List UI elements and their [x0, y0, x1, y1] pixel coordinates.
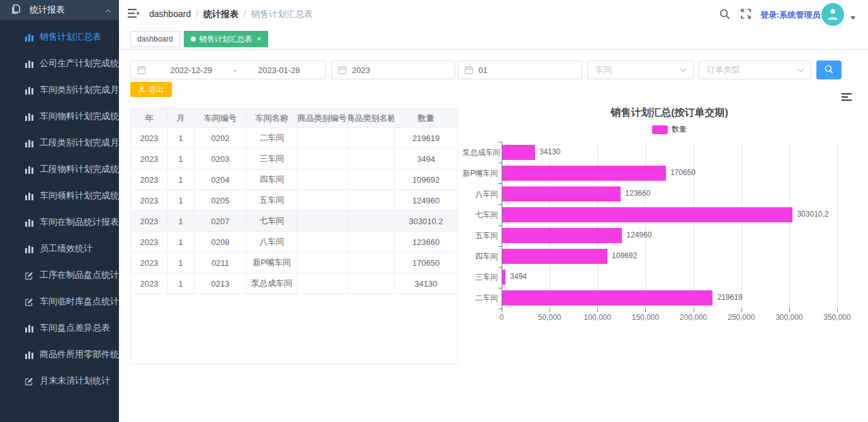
year-input[interactable]: 2023	[331, 60, 455, 79]
table-cell	[297, 169, 348, 190]
bar-value-label: 124960	[626, 231, 651, 239]
sidebar-item[interactable]: 车间盘点差异总表	[0, 315, 119, 341]
sidebar-group-statistics-reports[interactable]: 统计报表	[0, 0, 119, 20]
sidebar-item[interactable]: 工段类别计划完成月报	[0, 130, 119, 156]
table-row[interactable]: 202310208八车间123660	[131, 232, 457, 253]
sidebar-item[interactable]: 员工绩效统计	[0, 236, 119, 262]
y-axis-category-label: 四车间	[463, 251, 498, 262]
month-input[interactable]: 01	[458, 60, 582, 79]
sidebar-item-label: 员工绩效统计	[40, 243, 93, 254]
chart-bar[interactable]	[502, 249, 607, 264]
table-cell: 2023	[131, 128, 168, 149]
date-end-value[interactable]: 2023-01-28	[239, 66, 319, 75]
chart-bar[interactable]	[502, 166, 666, 181]
sidebar-item[interactable]: 车间在制品统计报表	[0, 209, 119, 236]
chart-bar[interactable]	[502, 270, 505, 285]
column-header: 商品类别编号	[297, 109, 348, 128]
table-cell: 泵总成车间	[247, 273, 297, 294]
chart-title: 销售计划汇总(按订单交期)	[502, 106, 837, 120]
sidebar-item-label: 车间在制品统计报表	[40, 217, 119, 228]
chart-legend[interactable]: 数量	[502, 124, 837, 135]
sidebar-item[interactable]: 车间临时库盘点统计	[0, 288, 119, 315]
calendar-icon	[465, 66, 473, 74]
sidebar-item[interactable]: 公司生产计划完成统计	[0, 50, 119, 77]
hamburger-icon[interactable]	[128, 8, 140, 21]
edit-icon	[25, 377, 34, 385]
date-range-input[interactable]: 2022-12-29 - 2023-01-28	[130, 60, 326, 79]
chart-bar[interactable]	[502, 186, 621, 202]
workshop-select[interactable]: 车间	[587, 60, 694, 79]
search-icon[interactable]	[719, 9, 730, 22]
month-value[interactable]: 01	[478, 66, 487, 75]
table-row[interactable]: 202310203三车间3494	[131, 149, 457, 169]
chart-bar[interactable]	[502, 207, 792, 222]
chart-bar[interactable]	[502, 145, 535, 160]
export-button-label: 导出	[149, 84, 164, 95]
breadcrumb-item[interactable]: dashboard	[149, 9, 191, 19]
chart-bar[interactable]	[502, 290, 713, 305]
x-axis-tick	[694, 309, 694, 312]
table-cell: 0202	[194, 128, 247, 149]
sidebar-item[interactable]: 月末未清计划统计	[0, 368, 119, 394]
table-cell	[348, 232, 395, 253]
export-button[interactable]: 导出	[130, 82, 172, 97]
close-icon[interactable]: ×	[257, 35, 261, 43]
sidebar-item[interactable]: 工段物料计划完成统计	[0, 156, 119, 183]
order-type-placeholder: 订单类型	[707, 64, 740, 76]
table-cell: 2023	[131, 232, 168, 253]
year-value[interactable]: 2023	[352, 66, 370, 75]
table-cell: 1	[168, 273, 194, 294]
edit-icon	[25, 271, 34, 280]
chart-bar[interactable]	[502, 228, 622, 243]
sidebar-item[interactable]: 工序在制品盘点统计	[0, 262, 119, 288]
legend-swatch	[652, 125, 668, 134]
bar-value-label: 109692	[612, 251, 637, 260]
y-axis-category-label: 五车间	[463, 231, 498, 241]
main-content: 2022-12-29 - 2023-01-28 2023 01 车间 订单类型	[119, 50, 868, 422]
chart-menu-icon[interactable]	[842, 93, 852, 101]
bar-value-label: 303010.2	[797, 210, 828, 219]
sidebar-menu: 销售计划汇总表公司生产计划完成统计车间类别计划完成月报车间物料计划完成统计工段类…	[0, 20, 119, 394]
table-cell: 0208	[194, 232, 247, 253]
bar-chart-icon	[25, 350, 34, 359]
sidebar-item[interactable]: 车间类别计划完成月报	[0, 77, 119, 103]
login-user-label[interactable]: 登录:系统管理员	[760, 9, 820, 21]
table-row[interactable]: 202310204四车间109692	[131, 169, 457, 190]
breadcrumb-item[interactable]: 统计报表	[203, 9, 239, 19]
view-tab[interactable]: dashboard	[130, 31, 180, 47]
sidebar-item[interactable]: 车间物料计划完成统计	[0, 103, 119, 130]
report-icon	[11, 4, 21, 16]
table-cell	[348, 211, 395, 232]
search-button[interactable]	[816, 60, 842, 79]
chevron-up-icon	[105, 4, 111, 16]
table-row[interactable]: 202310207七车间303010.2	[131, 211, 457, 232]
active-tab-dot	[191, 37, 196, 42]
sidebar-item-label: 车间物料计划完成统计	[40, 111, 119, 122]
sidebar-item[interactable]: 车间领料计划完成统计	[0, 183, 119, 209]
bar-chart-icon	[25, 218, 34, 227]
table-cell: 0205	[194, 190, 247, 211]
date-start-value[interactable]: 2022-12-29	[151, 66, 231, 75]
x-axis-tick-label: 50,000	[527, 313, 572, 322]
table-cell: 34130	[395, 273, 457, 294]
bar-chart-icon	[25, 244, 34, 253]
table-row[interactable]: 202310205五车间124960	[131, 190, 457, 211]
y-axis-category-label: 二车间	[463, 293, 498, 304]
table-row[interactable]: 202310211新P嘴车间170650	[131, 253, 457, 273]
table-row[interactable]: 202310202二车间219619	[131, 128, 457, 149]
order-type-select[interactable]: 订单类型	[699, 60, 811, 79]
report-table: 年月车间编号车间名称商品类别编号商品类别名称数量 202310202二车间219…	[130, 108, 458, 364]
table-cell: 三车间	[247, 149, 297, 169]
sidebar-item[interactable]: 商品件所用零部件统计	[0, 341, 119, 368]
table-cell: 170650	[395, 253, 457, 273]
column-header: 车间编号	[194, 109, 247, 128]
fullscreen-icon[interactable]	[741, 9, 751, 21]
caret-down-icon[interactable]	[850, 16, 855, 20]
sidebar-item-label: 工段类别计划完成月报	[40, 137, 119, 149]
view-tab[interactable]: 销售计划汇总表×	[184, 31, 268, 47]
table-cell: 1	[168, 211, 194, 232]
table-row[interactable]: 202310213泵总成车间34130	[131, 273, 457, 294]
sidebar-item[interactable]: 销售计划汇总表	[0, 24, 119, 50]
table-cell: 0207	[194, 211, 247, 232]
avatar[interactable]	[821, 3, 844, 26]
